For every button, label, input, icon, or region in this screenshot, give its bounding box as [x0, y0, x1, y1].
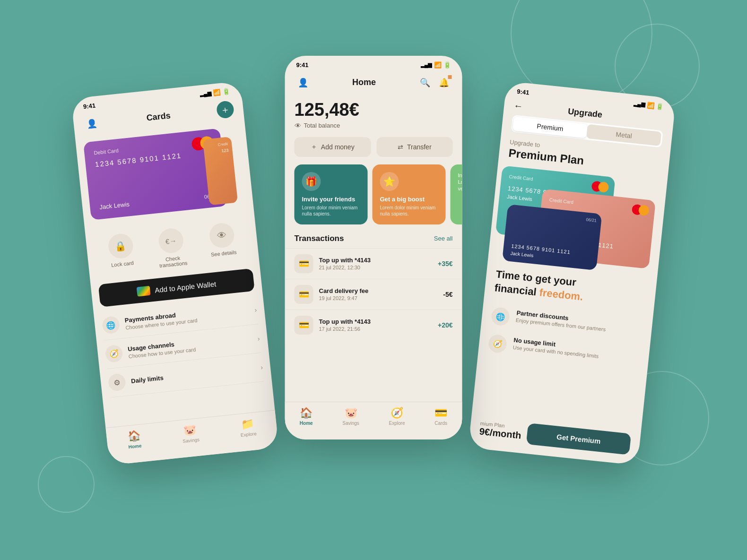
- see-all-link[interactable]: See all: [434, 235, 453, 242]
- time-center: 9:41: [296, 61, 309, 69]
- benefit-usage-text: No usage limit Use your card with no spe…: [512, 336, 599, 359]
- transactions-title: Transactions: [295, 234, 344, 243]
- apple-wallet-label: Add to Apple Wallet: [154, 279, 216, 294]
- explore-icon-center: 🧭: [391, 407, 403, 419]
- lock-card-action[interactable]: 🔒 Lock card: [107, 233, 136, 274]
- chevron-icon-1: ›: [254, 306, 257, 313]
- savings-label-left: Savings: [182, 437, 200, 444]
- wifi-icon-right: 📶: [646, 101, 654, 109]
- bottom-nav-left: 🏠 Home 🐷 Savings 📁 Explore: [105, 410, 278, 465]
- transaction-item-1[interactable]: 💳 Top up with *4143 21 jul 2022, 12:30 +…: [285, 248, 462, 279]
- transaction-icon-1: 💳: [295, 254, 313, 273]
- status-bar-center: 9:41 ▂▄▆ 📶 🔋: [285, 56, 462, 70]
- promo-boost-title: Get a big boost: [380, 196, 438, 203]
- mc-orange-salmon: [638, 205, 650, 216]
- savings-label-center: Savings: [342, 421, 359, 426]
- promo-section: 🎁 Invite your friends Lorem dolor minim …: [285, 164, 462, 232]
- profile-btn-center[interactable]: 👤: [295, 74, 312, 91]
- bell-btn[interactable]: 🔔: [435, 74, 452, 91]
- battery-icon-center: 🔋: [443, 61, 451, 69]
- phone-center: 9:41 ▂▄▆ 📶 🔋 👤 Home 🔍 🔔 125,48€ �: [285, 56, 462, 439]
- signal-icon-center: ▂▄▆: [421, 62, 432, 68]
- transactions-icon: €→: [157, 227, 184, 254]
- transaction-item-2[interactable]: 💳 Card delivery fee 19 jul 2022, 9:47 -5…: [285, 279, 462, 310]
- page-title-left: Cards: [146, 110, 171, 122]
- transaction-info-1: Top up with *4143 21 jul 2022, 12:30: [319, 257, 438, 270]
- add-btn-left[interactable]: ＋: [216, 100, 235, 119]
- promo-invite-card[interactable]: 🎁 Invite your friends Lorem dolor minim …: [295, 164, 368, 224]
- see-details-action[interactable]: 👁 See details: [208, 222, 237, 263]
- phones-container: 9:41 ▂▄▆ 📶 🔋 👤 Cards ＋ Debit Card: [90, 32, 657, 528]
- transaction-info-2: Card delivery fee 19 jul 2022, 9:47: [319, 287, 443, 301]
- transaction-icon-2: 💳: [295, 285, 313, 304]
- home-label-left: Home: [128, 443, 142, 449]
- star-icon: ⭐: [380, 172, 399, 191]
- usage-channels-text: Usage channels Choose how to use your ca…: [127, 332, 258, 359]
- price-info: mium Plan 9€/month: [479, 420, 522, 441]
- cards-label-center: Cards: [434, 421, 447, 426]
- transaction-date-2: 19 jul 2022, 9:47: [319, 295, 443, 301]
- status-icons-right: ▂▄▆ 📶 🔋: [634, 100, 664, 110]
- back-button[interactable]: ←: [513, 100, 523, 112]
- payments-abroad-text: Payments abroad Choose where to use your…: [124, 303, 255, 330]
- page-title-center: Home: [352, 78, 376, 87]
- cards-icon-center: 💳: [434, 407, 447, 419]
- balance-label: 👁 Total balance: [295, 122, 453, 129]
- promo-invite-title: Invite your friends: [302, 196, 360, 203]
- promo-third-card[interactable]: Invi... Lor... ven...: [451, 164, 462, 224]
- battery-icon-right: 🔋: [656, 102, 664, 110]
- transaction-name-2: Card delivery fee: [319, 287, 443, 294]
- chevron-icon-2: ›: [257, 335, 260, 342]
- add-money-button[interactable]: ＋ Add money: [295, 137, 371, 157]
- promo-third-desc: Invi... Lor... ven...: [458, 172, 462, 192]
- visibility-icon: 👁: [295, 122, 301, 129]
- signal-icon-left: ▂▄▆: [200, 90, 211, 97]
- compass-icon: 🧭: [104, 344, 123, 363]
- status-icons-left: ▂▄▆ 📶 🔋: [200, 87, 230, 98]
- signal-icon-right: ▂▄▆: [634, 100, 645, 107]
- transaction-item-3[interactable]: 💳 Top up with *4143 17 jul 2022, 21:56 +…: [285, 310, 462, 340]
- promo-boost-card[interactable]: ⭐ Get a big boost Lorem dolor minim veni…: [373, 164, 446, 224]
- nav-explore-left[interactable]: 📁 Explore: [239, 417, 257, 438]
- mc-orange-teal: [598, 181, 609, 192]
- explore-icon-left: 📁: [241, 417, 255, 431]
- transaction-name-1: Top up with *4143: [319, 257, 438, 264]
- nav-explore-center[interactable]: 🧭 Explore: [389, 407, 405, 426]
- transaction-date-1: 21 jul 2022, 12:30: [319, 265, 438, 270]
- promo-boost-desc: Lorem dolor minim veniam nulla sapiens.: [380, 205, 438, 217]
- wallet-icon: [136, 285, 150, 296]
- status-icons-center: ▂▄▆ 📶 🔋: [421, 61, 451, 69]
- nav-cards-center[interactable]: 💳 Cards: [434, 407, 447, 426]
- lock-card-label: Lock card: [111, 260, 134, 268]
- transfer-icon: ⇄: [398, 143, 403, 151]
- transaction-info-3: Top up with *4143 17 jul 2022, 21:56: [319, 318, 438, 332]
- nav-savings-center[interactable]: 🐷 Savings: [342, 407, 359, 426]
- profile-btn-left[interactable]: 👤: [82, 114, 101, 133]
- search-btn[interactable]: 🔍: [417, 74, 434, 91]
- balance-amount: 125,48€: [295, 100, 453, 120]
- dark-card-expiry: 06/21: [586, 217, 597, 223]
- check-transactions-action[interactable]: €→ Checktransactions: [156, 227, 188, 268]
- mc-logo-teal: [591, 181, 609, 193]
- notification-dot: [448, 75, 452, 79]
- get-premium-button[interactable]: Get Premium: [526, 423, 632, 455]
- card-holder: Jack Lewis: [99, 200, 130, 211]
- nav-home-center[interactable]: 🏠 Home: [300, 407, 313, 426]
- settings-list: 🌐 Payments abroad Choose where to use yo…: [94, 294, 272, 398]
- peek-number: 123: [221, 147, 229, 153]
- home-label-center: Home: [300, 421, 313, 426]
- mc-logo-salmon: [632, 204, 650, 216]
- nav-home-left[interactable]: 🏠 Home: [127, 429, 142, 449]
- bottom-nav-center: 🏠 Home 🐷 Savings 🧭 Explore 💳 Cards: [285, 402, 462, 439]
- action-buttons: ＋ Add money ⇄ Transfer: [285, 137, 462, 164]
- settings-icon: ⚙: [108, 373, 127, 392]
- cards-display: Credit Card 1234 5678 91... Jack Lewis C…: [493, 165, 662, 276]
- compass-benefit-icon: 🧭: [488, 334, 508, 353]
- transaction-date-3: 17 jul 2022, 21:56: [319, 326, 438, 332]
- transaction-name-3: Top up with *4143: [319, 318, 438, 325]
- benefit-partner-text: Partner discounts Enjoy premium offers f…: [515, 309, 607, 332]
- transfer-button[interactable]: ⇄ Transfer: [376, 137, 453, 157]
- upgrade-bottom: mium Plan 9€/month Get Premium: [469, 417, 641, 456]
- nav-savings-left[interactable]: 🐷 Savings: [181, 423, 200, 443]
- transfer-label: Transfer: [407, 143, 432, 151]
